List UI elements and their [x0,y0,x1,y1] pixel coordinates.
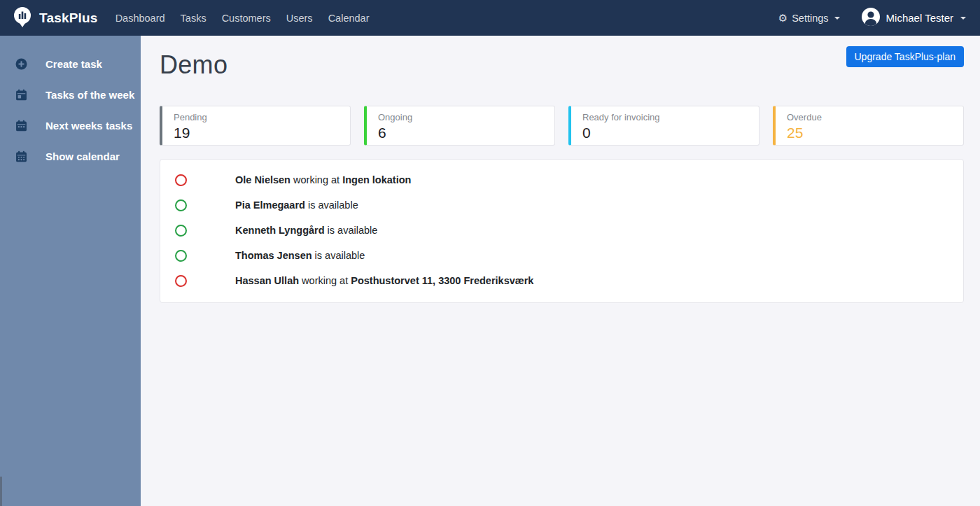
sidebar-item-create-task[interactable]: Create task [0,48,141,79]
sidebar-item-label: Create task [46,58,102,70]
sidebar-item-label: Next weeks tasks [46,120,132,132]
nav-link-calendar[interactable]: Calendar [321,7,377,29]
worker-status-middle: is available [305,199,358,211]
stat-value: 25 [787,125,952,141]
brand[interactable]: TaskPlus [11,6,98,31]
worker-name: Pia Elmegaard [235,199,305,211]
status-available-icon [175,225,187,237]
worker-status-middle: is available [312,250,365,261]
brand-title: TaskPlus [39,10,98,26]
settings-dropdown[interactable]: ⚙ Settings [778,13,840,24]
worker-status-middle: working at [290,174,342,185]
stat-value: 19 [174,125,339,141]
user-dropdown[interactable]: Michael Tester [861,7,966,29]
worker-status-text: Pia Elmegaard is available [235,199,358,211]
worker-name: Hassan Ullah [235,275,299,286]
calendar-week-icon [15,89,27,101]
worker-location: Ingen lokation [342,174,411,185]
sidebar-scrollbar-thumb[interactable] [0,477,2,506]
status-available-icon [175,199,187,211]
worker-row: Thomas Jensen is available [160,243,963,268]
calendar-next-icon [15,120,27,132]
chevron-down-icon [960,17,966,20]
status-busy-icon [175,174,187,186]
sidebar: Create task Tasks of the week [0,36,141,506]
stat-label: Overdue [787,112,952,122]
user-name: Michael Tester [886,12,953,24]
worker-row: Ole Nielsen working at Ingen lokation [160,167,963,192]
worker-location: Posthustorvet 11, 3300 Frederiksværk [351,275,533,286]
sidebar-item-label: Show calendar [46,150,120,162]
sidebar-item-show-calendar[interactable]: Show calendar [0,141,141,171]
worker-row: Hassan Ullah working at Posthustorvet 11… [160,268,963,293]
status-busy-icon [175,275,187,287]
worker-name: Thomas Jensen [235,250,312,261]
worker-status-text: Ole Nielsen working at Ingen lokation [235,174,411,185]
nav-link-dashboard[interactable]: Dashboard [108,7,173,29]
stat-card-pending[interactable]: Pending 19 [160,106,351,146]
navbar-right: ⚙ Settings Michael Tester [778,7,972,29]
stat-label: Ready for invoicing [582,112,748,122]
calendar-grid-icon [15,150,27,162]
worker-status-middle: is available [325,225,378,236]
stat-card-overdue[interactable]: Overdue 25 [773,106,964,146]
worker-status-text: Kenneth Lynggård is available [235,225,377,236]
stat-card-ready-for-invoicing[interactable]: Ready for invoicing 0 [568,106,760,146]
main-content: Demo Upgrade TaskPlus-plan Pending 19 On… [141,36,980,506]
worker-row: Kenneth Lynggård is available [160,218,963,243]
stat-value: 6 [378,125,543,141]
worker-status-text: Thomas Jensen is available [235,250,365,261]
taskplus-logo-icon [11,6,34,31]
settings-label: Settings [792,13,828,24]
stat-label: Pending [174,112,339,122]
top-navbar: TaskPlus Dashboard Tasks Customers Users… [0,0,980,36]
status-available-icon [175,250,187,262]
stat-label: Ongoing [378,112,543,122]
page-title: Demo [160,50,964,80]
plus-circle-icon [15,58,27,70]
stat-card-ongoing[interactable]: Ongoing 6 [364,106,555,146]
sidebar-item-next-weeks-tasks[interactable]: Next weeks tasks [0,110,141,141]
gear-icon: ⚙ [778,13,788,23]
nav-links: Dashboard Tasks Customers Users Calendar [108,7,377,29]
avatar-icon [861,7,881,29]
worker-name: Ole Nielsen [235,174,290,185]
stats-row: Pending 19 Ongoing 6 Ready for invoicing… [160,106,964,146]
worker-status-middle: working at [299,275,351,286]
sidebar-item-tasks-of-week[interactable]: Tasks of the week [0,79,141,110]
worker-status-text: Hassan Ullah working at Posthustorvet 11… [235,275,533,286]
chevron-down-icon [834,17,840,20]
nav-link-tasks[interactable]: Tasks [173,7,214,29]
stat-value: 0 [582,125,748,141]
sidebar-item-label: Tasks of the week [46,89,134,101]
upgrade-plan-button[interactable]: Upgrade TaskPlus-plan [846,46,965,67]
workers-status-card: Ole Nielsen working at Ingen lokation Pi… [160,159,964,303]
worker-row: Pia Elmegaard is available [160,192,963,218]
worker-name: Kenneth Lynggård [235,225,325,236]
nav-link-users[interactable]: Users [279,7,321,29]
nav-link-customers[interactable]: Customers [214,7,279,29]
